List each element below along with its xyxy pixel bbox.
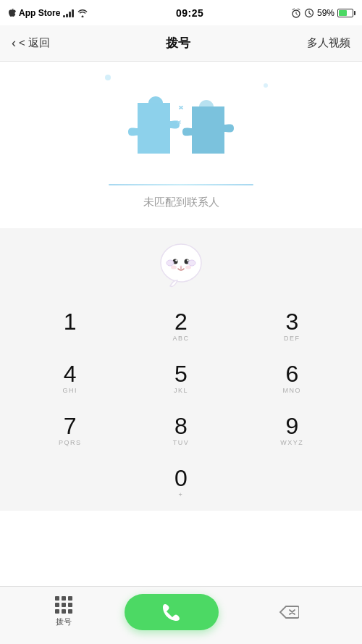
dial-key-4[interactable]: 4 GHI [27,354,114,403]
dial-key-3[interactable]: 3 DEF [248,302,335,351]
dialpad-row-2: 4 GHI 5 JKL 6 MNO [14,354,348,403]
back-label: < 返回 [19,36,50,50]
page-title: 拨号 [166,35,190,51]
dial-letters: ABC [172,335,189,343]
character-illustration [152,235,210,293]
dial-letters: MNO [283,387,302,396]
dial-key-2[interactable]: 2 ABC [138,302,224,351]
no-match-text: 未匹配到联系人 [143,196,219,209]
tab-item-dial[interactable]: 拨号 [55,596,72,627]
status-time: 09:25 [176,7,203,19]
back-button[interactable]: ‹ < 返回 [12,35,50,51]
clock-icon [304,8,314,18]
puzzle-illustration [116,88,246,175]
wifi-icon [77,9,88,17]
dial-number: 0 [174,467,188,490]
avatar-container [152,235,210,293]
dial-number: 9 [285,414,298,438]
signal-bars [63,9,74,17]
separator-line [109,184,253,185]
svg-point-11 [185,266,191,269]
deco-dot-1 [105,75,111,80]
dial-letters: PQRS [59,439,82,448]
tab-bar: 拨号 [0,586,362,644]
tab-label-dial: 拨号 [56,616,72,627]
upper-section: 未匹配到联系人 [0,62,362,228]
grid-icon [55,596,72,614]
dialpad: 1 2 ABC 3 DEF 4 GHI 5 JKL 6 [0,296,362,511]
dial-number: 3 [285,310,298,333]
dial-number: 6 [285,362,298,385]
backspace-button[interactable] [271,594,307,630]
status-right: 59% [291,8,353,18]
dial-key-hash[interactable] [248,459,335,508]
dial-number: 4 [64,362,77,385]
dial-key-5[interactable]: 5 JKL [138,354,224,403]
nav-bar: ‹ < 返回 拨号 多人视频 [0,25,362,62]
multi-video-button[interactable]: 多人视频 [307,36,350,50]
dial-letters: + [179,491,184,500]
svg-point-10 [171,266,177,269]
dialpad-row-1: 1 2 ABC 3 DEF [14,302,348,351]
lower-section: 1 2 ABC 3 DEF 4 GHI 5 JKL 6 [0,228,362,511]
svg-point-8 [167,260,174,266]
alarm-icon [291,8,301,18]
deco-dot-2 [264,83,268,88]
dial-key-0[interactable]: 0 + [138,459,224,508]
dialpad-row-3: 7 PQRS 8 TUV 9 WXYZ [14,406,348,456]
dial-key-9[interactable]: 9 WXYZ [248,406,335,456]
status-bar: App Store 09:25 59% [0,0,362,25]
dial-number: 1 [64,310,77,333]
dial-number: 8 [174,414,188,438]
dial-number: 7 [64,414,77,438]
dial-key-7[interactable]: 7 PQRS [27,406,114,456]
phone-icon [161,601,182,623]
status-left: App Store [9,8,88,18]
dial-letters: WXYZ [280,439,303,448]
dial-letters: DEF [284,335,300,343]
battery-percent: 59% [317,8,334,18]
dial-key-1[interactable]: 1 [27,302,114,351]
dialpad-row-4: 0 + [14,459,348,508]
dial-letters: GHI [62,387,77,396]
apple-icon [9,9,16,17]
dial-number: 5 [174,362,188,385]
back-chevron: ‹ [12,35,16,51]
dial-key-star[interactable] [27,459,114,508]
battery-icon [337,9,353,17]
dial-letters: TUV [173,439,190,448]
battery-fill [339,10,347,16]
dial-letters: JKL [174,387,188,396]
backspace-icon [279,605,299,619]
dial-number: 2 [174,310,188,333]
call-button[interactable] [125,594,219,630]
dial-key-6[interactable]: 6 MNO [248,354,335,403]
svg-point-5 [175,259,177,261]
dial-key-8[interactable]: 8 TUV [138,406,224,456]
svg-point-9 [188,260,195,266]
svg-point-6 [187,259,188,261]
app-store-label: App Store [19,8,60,18]
